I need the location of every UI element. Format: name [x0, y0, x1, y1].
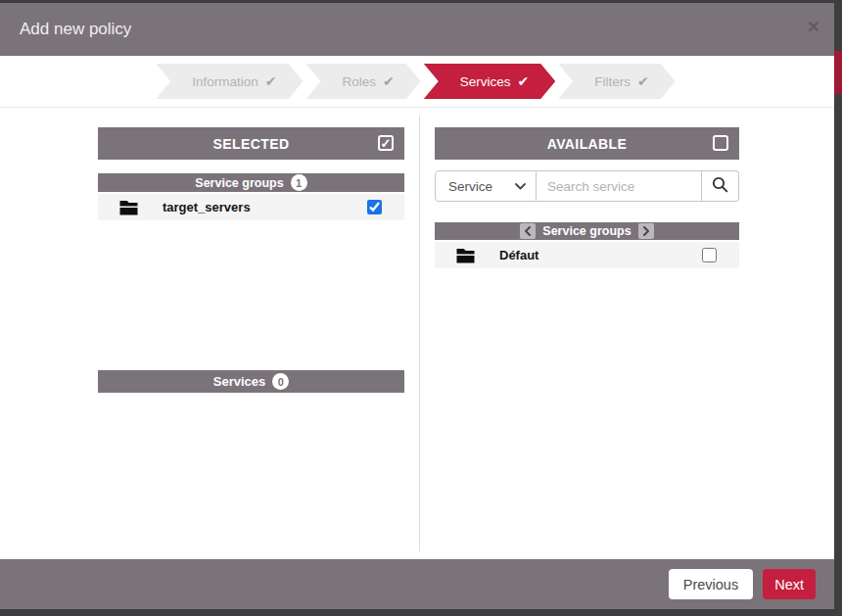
step-information[interactable]: Information ✔ [156, 64, 303, 99]
add-policy-modal: Add new policy × Information ✔ Roles ✔ S… [0, 3, 834, 609]
selected-service-groups-label: Service groups [195, 176, 283, 190]
wizard-stepper: Information ✔ Roles ✔ Services ✔ Filters… [0, 56, 834, 108]
next-button[interactable]: Next [763, 569, 816, 599]
list-item-label: target_servers [163, 200, 251, 214]
check-icon: ✔ [518, 73, 530, 89]
available-panel-header: AVAILABLE [435, 127, 739, 160]
service-type-selected-value: Service [448, 179, 492, 194]
page-left-button[interactable] [520, 223, 536, 239]
modal-header: Add new policy × [0, 3, 834, 56]
selected-groups-count-badge: 1 [291, 174, 307, 191]
step-label: Roles [343, 74, 377, 89]
modal-title: Add new policy [20, 20, 131, 39]
selected-services-label: Services [213, 374, 266, 389]
step-label: Services [460, 74, 511, 89]
selected-panel-header: SELECTED ✓ [98, 127, 404, 160]
selected-services-bar: Services 0 [98, 370, 404, 393]
list-item-target-servers[interactable]: target_servers [98, 194, 404, 220]
step-filters[interactable]: Filters ✔ [558, 64, 675, 99]
panel-divider [419, 116, 420, 551]
step-label: Information [192, 74, 258, 89]
search-button[interactable] [702, 170, 739, 202]
selected-panel: SELECTED ✓ Service groups 1 target_serve… [98, 127, 404, 393]
search-service-input[interactable] [537, 170, 702, 202]
checked-square-icon[interactable]: ✓ [378, 135, 394, 151]
step-roles[interactable]: Roles ✔ [306, 64, 421, 99]
search-icon [712, 176, 728, 196]
background-red-fragment [834, 51, 842, 94]
close-icon[interactable]: × [808, 16, 819, 36]
check-icon: ✔ [637, 73, 649, 89]
list-item-defaut[interactable]: Défaut [435, 242, 739, 268]
search-controls: Service [435, 170, 739, 202]
selected-panel-title: SELECTED [213, 136, 290, 152]
available-service-groups-bar: Service groups [435, 222, 739, 240]
modal-body: SELECTED ✓ Service groups 1 target_serve… [0, 108, 834, 559]
list-item-label: Défaut [499, 248, 538, 262]
check-icon: ✔ [265, 73, 277, 89]
step-label: Filters [594, 74, 631, 89]
empty-square-icon[interactable] [713, 135, 728, 151]
folder-icon [119, 200, 138, 215]
previous-button[interactable]: Previous [669, 569, 753, 599]
chevron-down-icon [515, 183, 526, 190]
background-page-edge [834, 0, 842, 616]
service-type-select[interactable]: Service [435, 170, 537, 202]
available-panel: AVAILABLE Service [435, 127, 739, 268]
check-icon: ✔ [383, 73, 395, 89]
selected-services-count-badge: 0 [272, 373, 289, 390]
available-panel-title: AVAILABLE [547, 136, 628, 152]
selected-service-groups-bar: Service groups 1 [98, 173, 404, 192]
available-service-groups-label: Service groups [542, 224, 631, 238]
modal-footer: Previous Next [0, 559, 834, 609]
defaut-checkbox[interactable] [702, 248, 717, 262]
step-services[interactable]: Services ✔ [424, 64, 556, 99]
target-servers-checkbox[interactable] [367, 200, 382, 214]
page-right-button[interactable] [638, 223, 654, 239]
folder-icon [456, 248, 475, 263]
